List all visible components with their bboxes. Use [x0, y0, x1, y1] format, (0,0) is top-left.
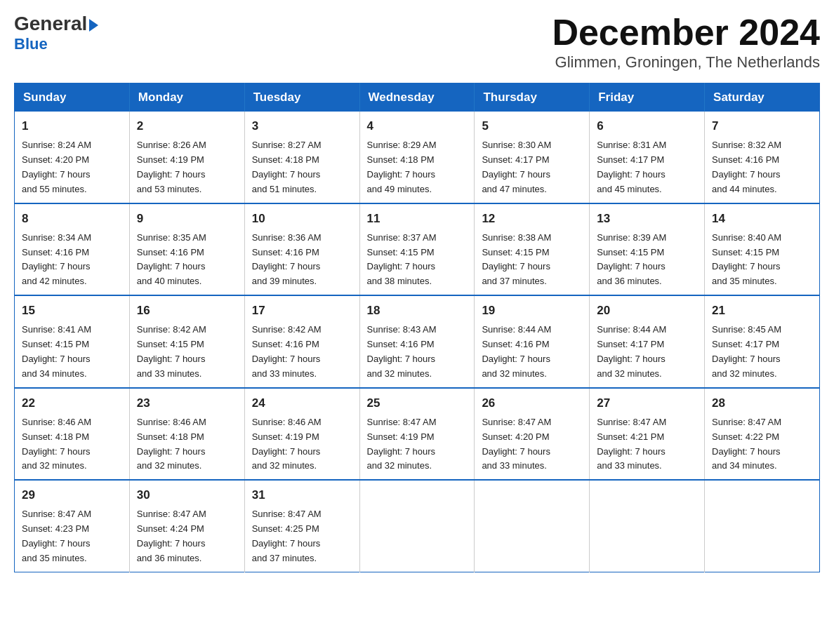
page-header: General Blue December 2024 Glimmen, Gron… — [14, 14, 820, 72]
day-number: 25 — [367, 394, 468, 412]
calendar-cell: 31Sunrise: 8:47 AM Sunset: 4:25 PM Dayli… — [244, 480, 359, 572]
weekday-header-saturday: Saturday — [705, 83, 820, 112]
day-number: 2 — [137, 117, 237, 135]
calendar-week-row: 22Sunrise: 8:46 AM Sunset: 4:18 PM Dayli… — [15, 388, 820, 481]
weekday-header-monday: Monday — [129, 83, 244, 112]
day-number: 8 — [22, 210, 122, 228]
day-number: 12 — [482, 210, 582, 228]
day-number: 23 — [137, 394, 237, 412]
day-info: Sunrise: 8:32 AM Sunset: 4:16 PM Dayligh… — [712, 138, 812, 196]
day-info: Sunrise: 8:24 AM Sunset: 4:20 PM Dayligh… — [22, 138, 122, 196]
day-number: 7 — [712, 117, 812, 135]
day-info: Sunrise: 8:36 AM Sunset: 4:16 PM Dayligh… — [252, 231, 352, 289]
calendar-cell: 9Sunrise: 8:35 AM Sunset: 4:16 PM Daylig… — [129, 203, 244, 296]
day-number: 17 — [252, 302, 352, 320]
day-info: Sunrise: 8:44 AM Sunset: 4:17 PM Dayligh… — [597, 323, 697, 381]
day-number: 10 — [252, 210, 352, 228]
calendar-cell: 7Sunrise: 8:32 AM Sunset: 4:16 PM Daylig… — [705, 112, 820, 203]
calendar-cell — [475, 480, 590, 572]
day-info: Sunrise: 8:41 AM Sunset: 4:15 PM Dayligh… — [22, 323, 122, 381]
calendar-cell: 15Sunrise: 8:41 AM Sunset: 4:15 PM Dayli… — [15, 295, 130, 388]
day-number: 13 — [597, 210, 697, 228]
calendar-cell: 22Sunrise: 8:46 AM Sunset: 4:18 PM Dayli… — [15, 388, 130, 481]
weekday-header-sunday: Sunday — [15, 83, 130, 112]
calendar-cell: 20Sunrise: 8:44 AM Sunset: 4:17 PM Dayli… — [590, 295, 705, 388]
calendar-cell: 13Sunrise: 8:39 AM Sunset: 4:15 PM Dayli… — [590, 203, 705, 296]
location: Glimmen, Groningen, The Netherlands — [552, 53, 820, 72]
logo-general: General — [14, 14, 98, 34]
logo: General Blue — [14, 14, 98, 53]
day-number: 15 — [22, 302, 122, 320]
day-info: Sunrise: 8:35 AM Sunset: 4:16 PM Dayligh… — [137, 231, 237, 289]
day-number: 28 — [712, 394, 812, 412]
day-info: Sunrise: 8:47 AM Sunset: 4:19 PM Dayligh… — [367, 415, 468, 474]
calendar-cell: 17Sunrise: 8:42 AM Sunset: 4:16 PM Dayli… — [244, 295, 359, 388]
day-info: Sunrise: 8:45 AM Sunset: 4:17 PM Dayligh… — [712, 323, 812, 381]
day-number: 14 — [712, 210, 812, 228]
calendar-header-row: SundayMondayTuesdayWednesdayThursdayFrid… — [15, 83, 820, 112]
day-number: 20 — [597, 302, 697, 320]
calendar-cell: 21Sunrise: 8:45 AM Sunset: 4:17 PM Dayli… — [705, 295, 820, 388]
logo-blue: Blue — [14, 35, 48, 53]
day-info: Sunrise: 8:46 AM Sunset: 4:18 PM Dayligh… — [137, 415, 237, 474]
calendar-cell: 27Sunrise: 8:47 AM Sunset: 4:21 PM Dayli… — [590, 388, 705, 481]
day-info: Sunrise: 8:47 AM Sunset: 4:23 PM Dayligh… — [22, 507, 122, 565]
day-number: 24 — [252, 394, 352, 412]
day-info: Sunrise: 8:47 AM Sunset: 4:20 PM Dayligh… — [482, 415, 582, 474]
day-info: Sunrise: 8:27 AM Sunset: 4:18 PM Dayligh… — [252, 138, 352, 196]
calendar-week-row: 1Sunrise: 8:24 AM Sunset: 4:20 PM Daylig… — [15, 112, 820, 203]
day-info: Sunrise: 8:42 AM Sunset: 4:16 PM Dayligh… — [252, 323, 352, 381]
day-number: 31 — [252, 486, 352, 504]
calendar-cell: 29Sunrise: 8:47 AM Sunset: 4:23 PM Dayli… — [15, 480, 130, 572]
day-info: Sunrise: 8:37 AM Sunset: 4:15 PM Dayligh… — [367, 231, 468, 289]
day-info: Sunrise: 8:26 AM Sunset: 4:19 PM Dayligh… — [137, 138, 237, 196]
weekday-header-thursday: Thursday — [475, 83, 590, 112]
calendar-cell: 26Sunrise: 8:47 AM Sunset: 4:20 PM Dayli… — [475, 388, 590, 481]
day-number: 18 — [367, 302, 468, 320]
day-number: 29 — [22, 486, 122, 504]
day-info: Sunrise: 8:46 AM Sunset: 4:18 PM Dayligh… — [22, 415, 122, 474]
calendar-cell: 2Sunrise: 8:26 AM Sunset: 4:19 PM Daylig… — [129, 112, 244, 203]
day-info: Sunrise: 8:46 AM Sunset: 4:19 PM Dayligh… — [252, 415, 352, 474]
calendar-cell — [590, 480, 705, 572]
calendar-cell: 24Sunrise: 8:46 AM Sunset: 4:19 PM Dayli… — [244, 388, 359, 481]
calendar-cell: 3Sunrise: 8:27 AM Sunset: 4:18 PM Daylig… — [244, 112, 359, 203]
day-number: 19 — [482, 302, 582, 320]
calendar-cell: 5Sunrise: 8:30 AM Sunset: 4:17 PM Daylig… — [475, 112, 590, 203]
calendar-cell: 12Sunrise: 8:38 AM Sunset: 4:15 PM Dayli… — [475, 203, 590, 296]
day-number: 3 — [252, 117, 352, 135]
calendar-table: SundayMondayTuesdayWednesdayThursdayFrid… — [14, 83, 820, 572]
day-number: 26 — [482, 394, 582, 412]
calendar-cell: 25Sunrise: 8:47 AM Sunset: 4:19 PM Dayli… — [359, 388, 475, 481]
day-info: Sunrise: 8:47 AM Sunset: 4:24 PM Dayligh… — [137, 507, 237, 565]
calendar-cell: 18Sunrise: 8:43 AM Sunset: 4:16 PM Dayli… — [359, 295, 475, 388]
day-info: Sunrise: 8:29 AM Sunset: 4:18 PM Dayligh… — [367, 138, 468, 196]
calendar-week-row: 8Sunrise: 8:34 AM Sunset: 4:16 PM Daylig… — [15, 203, 820, 296]
day-number: 4 — [367, 117, 468, 135]
day-info: Sunrise: 8:47 AM Sunset: 4:21 PM Dayligh… — [597, 415, 697, 474]
calendar-cell — [705, 480, 820, 572]
calendar-cell: 23Sunrise: 8:46 AM Sunset: 4:18 PM Dayli… — [129, 388, 244, 481]
calendar-cell: 16Sunrise: 8:42 AM Sunset: 4:15 PM Dayli… — [129, 295, 244, 388]
day-number: 11 — [367, 210, 468, 228]
day-info: Sunrise: 8:43 AM Sunset: 4:16 PM Dayligh… — [367, 323, 468, 381]
weekday-header-tuesday: Tuesday — [244, 83, 359, 112]
calendar-cell: 19Sunrise: 8:44 AM Sunset: 4:16 PM Dayli… — [475, 295, 590, 388]
day-info: Sunrise: 8:47 AM Sunset: 4:25 PM Dayligh… — [252, 507, 352, 565]
day-number: 6 — [597, 117, 697, 135]
day-info: Sunrise: 8:44 AM Sunset: 4:16 PM Dayligh… — [482, 323, 582, 381]
calendar-week-row: 15Sunrise: 8:41 AM Sunset: 4:15 PM Dayli… — [15, 295, 820, 388]
day-number: 9 — [137, 210, 237, 228]
day-number: 1 — [22, 117, 122, 135]
calendar-cell — [359, 480, 475, 572]
day-info: Sunrise: 8:40 AM Sunset: 4:15 PM Dayligh… — [712, 231, 812, 289]
day-number: 5 — [482, 117, 582, 135]
day-number: 21 — [712, 302, 812, 320]
day-number: 30 — [137, 486, 237, 504]
title-section: December 2024 Glimmen, Groningen, The Ne… — [552, 14, 820, 72]
day-info: Sunrise: 8:47 AM Sunset: 4:22 PM Dayligh… — [712, 415, 812, 474]
day-info: Sunrise: 8:38 AM Sunset: 4:15 PM Dayligh… — [482, 231, 582, 289]
day-info: Sunrise: 8:42 AM Sunset: 4:15 PM Dayligh… — [137, 323, 237, 381]
calendar-cell: 14Sunrise: 8:40 AM Sunset: 4:15 PM Dayli… — [705, 203, 820, 296]
day-info: Sunrise: 8:39 AM Sunset: 4:15 PM Dayligh… — [597, 231, 697, 289]
